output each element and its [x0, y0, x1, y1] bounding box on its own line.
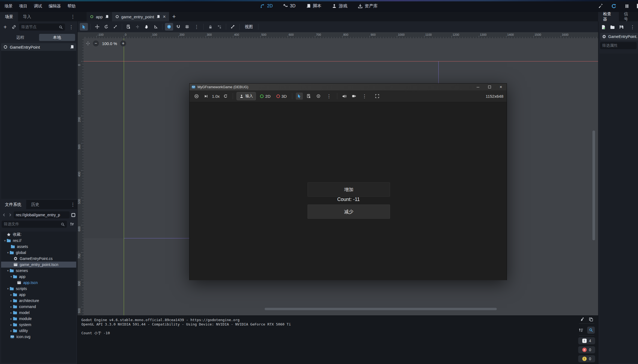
scale-tool-icon[interactable]: [111, 23, 119, 31]
stop-icon[interactable]: [637, 4, 638, 8]
filesystem-tree-item[interactable]: ▸system: [1, 322, 76, 328]
debug-3d-toggle[interactable]: 3D: [275, 92, 288, 100]
script-icon[interactable]: [70, 45, 74, 49]
pause-game-icon[interactable]: [193, 93, 200, 100]
move-tool-icon[interactable]: [93, 23, 101, 31]
snap-options-menu-icon[interactable]: ⋮: [192, 24, 201, 30]
runtime-target-icon[interactable]: [315, 93, 322, 100]
split-view-icon[interactable]: [71, 212, 76, 217]
debug-2d-toggle[interactable]: 2D: [258, 92, 272, 100]
collapse-tree-icon[interactable]: [579, 328, 583, 332]
speed-label[interactable]: 1.0x: [212, 94, 220, 99]
snap-magnet-icon[interactable]: [174, 23, 182, 31]
messages-badge[interactable]: ! 4: [578, 337, 595, 344]
tab-clipped[interactable]: [636, 12, 638, 21]
chevron-down-icon[interactable]: ▾: [3, 239, 7, 242]
filesystem-tree-item[interactable]: ▸module: [1, 316, 76, 322]
runtime-select-menu-icon[interactable]: ⋮: [324, 93, 333, 99]
filesystem-tree-item[interactable]: GameEntryPoint.cs: [1, 256, 76, 262]
tab-import-dock[interactable]: 导入: [18, 12, 36, 21]
scene-tab-app[interactable]: app: [87, 12, 112, 21]
edited-object-button[interactable]: GameEntryPoint.: [600, 33, 638, 40]
chevron-down-icon[interactable]: ▾: [10, 275, 13, 279]
tab-history[interactable]: 历史: [26, 200, 44, 209]
filesystem-tree-item[interactable]: ▾app: [1, 274, 76, 280]
chevron-right-icon[interactable]: ▸: [10, 311, 13, 315]
center-view-icon[interactable]: [86, 41, 90, 46]
instance-scene-link-icon[interactable]: [10, 23, 17, 31]
warnings-badge[interactable]: ! 0: [578, 355, 595, 362]
game-window[interactable]: MyGFrameworkGame (DEBUG) × 1.0x 输入 2D 3D: [189, 83, 507, 280]
sort-files-icon[interactable]: [69, 221, 76, 228]
filesystem-tree-item[interactable]: ▾res://: [1, 238, 76, 244]
filesystem-tree-item[interactable]: ▸command: [1, 304, 76, 310]
chevron-down-icon[interactable]: ▾: [6, 287, 10, 291]
next-frame-icon[interactable]: [202, 93, 209, 100]
rotate-tool-icon[interactable]: [102, 23, 110, 31]
output-log[interactable]: Godot Engine v4.6.stable.mono.official.8…: [81, 318, 574, 335]
add-node-button[interactable]: +: [2, 23, 9, 31]
increase-button[interactable]: 增加: [308, 182, 390, 197]
embed-fullscreen-icon[interactable]: [374, 93, 381, 100]
game-window-titlebar[interactable]: MyGFrameworkGame (DEBUG) ×: [190, 84, 507, 90]
search-output-button[interactable]: [587, 327, 595, 334]
input-toggle-button[interactable]: 输入: [237, 92, 256, 100]
scene-tree-root-node[interactable]: GameEntryPoint: [1, 43, 76, 51]
workspace-3d-button[interactable]: 3D: [280, 2, 299, 10]
build-hammer-icon[interactable]: [598, 3, 604, 9]
new-scene-tab-button[interactable]: +: [169, 12, 179, 21]
chevron-right-icon[interactable]: ▸: [10, 293, 13, 297]
vertical-scrollbar[interactable]: [592, 130, 595, 241]
forward-icon[interactable]: [8, 212, 13, 217]
workspace-script-button[interactable]: 脚本: [303, 2, 325, 10]
filesystem-menu-icon[interactable]: ⋮: [68, 200, 77, 209]
inspector-menu-icon[interactable]: ⋮: [628, 24, 637, 30]
chevron-down-icon[interactable]: ▾: [6, 251, 10, 254]
chevron-right-icon[interactable]: ▸: [10, 323, 13, 327]
pan-hand-icon[interactable]: [143, 23, 151, 31]
decrease-button[interactable]: 减少: [308, 205, 390, 219]
zoom-out-button[interactable]: −: [93, 40, 99, 46]
scene-tab-game-entry-point[interactable]: game_entry_point ×: [112, 12, 169, 21]
copy-output-icon[interactable]: [589, 317, 593, 322]
filter-properties-input[interactable]: 筛选属性: [600, 42, 637, 49]
filesystem-tree-item[interactable]: ▾scripts: [1, 286, 76, 292]
grid-snap-icon[interactable]: [183, 23, 191, 31]
new-resource-icon[interactable]: [601, 25, 606, 29]
skeleton-bone-icon[interactable]: [229, 23, 237, 31]
filter-files-input[interactable]: 筛选文件: [2, 221, 67, 228]
scene-tree-menu-icon[interactable]: ⋮: [67, 24, 76, 30]
workspace-assetlib-button[interactable]: 资产库: [355, 2, 381, 10]
local-button[interactable]: 本地: [39, 34, 75, 41]
restart-icon[interactable]: [611, 3, 617, 9]
filesystem-tree-item[interactable]: ▸utility: [1, 328, 76, 334]
smart-snap-cube-icon[interactable]: [165, 23, 173, 31]
lock-icon[interactable]: [206, 23, 214, 31]
scene-dock-menu-icon[interactable]: ⋮: [68, 12, 77, 21]
filter-nodes-input[interactable]: 筛选节点: [19, 23, 65, 31]
workspace-2d-button[interactable]: 2D: [257, 2, 276, 10]
filesystem-tree-item[interactable]: icon.svg: [1, 334, 76, 340]
chevron-down-icon[interactable]: ▾: [6, 269, 10, 273]
zoom-level[interactable]: 100.0 %: [102, 41, 117, 46]
runtime-select-tool-icon[interactable]: [296, 93, 303, 100]
chevron-right-icon[interactable]: ▸: [10, 299, 13, 303]
close-tab-icon[interactable]: ×: [163, 14, 166, 19]
tab-signals[interactable]: 信号: [619, 12, 636, 21]
tab-scene-dock[interactable]: 场景: [0, 12, 18, 21]
select-tool-icon[interactable]: [80, 23, 88, 31]
filesystem-tree-item[interactable]: ▾scenes: [1, 268, 76, 274]
filesystem-tree-item[interactable]: 收藏:: [1, 232, 76, 238]
script-icon[interactable]: [105, 15, 109, 19]
clear-output-icon[interactable]: [580, 317, 585, 322]
filesystem-tree-item[interactable]: ▾global: [1, 250, 76, 256]
zoom-in-button[interactable]: +: [120, 40, 126, 46]
filesystem-tree-item[interactable]: app.tscn: [1, 280, 76, 286]
close-icon[interactable]: ×: [495, 84, 507, 90]
back-icon[interactable]: [2, 212, 7, 217]
ruler-tool-icon[interactable]: [152, 23, 160, 31]
filesystem-tree-item[interactable]: game_entry_point.tscn: [1, 262, 76, 268]
minimize-icon[interactable]: [472, 84, 484, 90]
load-resource-folder-icon[interactable]: [610, 25, 615, 29]
chevron-right-icon[interactable]: ▸: [10, 317, 13, 321]
